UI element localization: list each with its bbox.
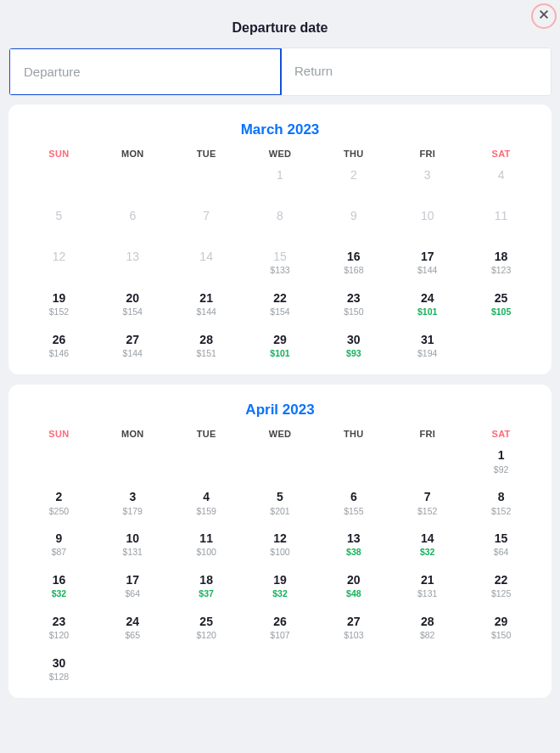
day-cell[interactable]: 21$131	[390, 570, 464, 600]
day-number: 17	[390, 249, 464, 264]
day-number: 15	[464, 531, 538, 546]
weekday-row: SUNMONTUEWEDTHUFRISAT	[22, 149, 538, 159]
day-cell: 11	[464, 206, 538, 235]
day-price: $92	[464, 464, 538, 476]
day-cell[interactable]: 19$32	[244, 570, 317, 600]
day-cell[interactable]: 27$144	[96, 330, 170, 360]
day-cell[interactable]: 22$125	[464, 570, 538, 600]
day-cell[interactable]: 10$131	[96, 529, 170, 559]
day-cell[interactable]: 1$92	[464, 446, 538, 475]
empty-cell	[170, 446, 244, 475]
day-cell[interactable]: 20$154	[96, 289, 170, 318]
weekday-label: TUE	[170, 149, 244, 159]
day-cell[interactable]: 28$82	[390, 612, 464, 642]
day-cell[interactable]: 22$154	[244, 289, 317, 318]
day-number: 27	[96, 332, 170, 347]
tab-return[interactable]: Return	[281, 48, 551, 95]
day-number: 30	[316, 332, 390, 347]
day-cell[interactable]: 25$105	[464, 289, 538, 318]
day-cell[interactable]: 21$144	[170, 289, 244, 318]
close-button[interactable]	[531, 3, 557, 29]
day-price: $131	[96, 547, 170, 559]
day-number: 22	[244, 290, 317, 306]
day-cell: 4	[464, 166, 538, 194]
day-cell: 10	[390, 206, 464, 235]
day-cell[interactable]: 17$144	[390, 247, 464, 277]
day-price: $32	[390, 547, 464, 559]
day-price: $48	[316, 588, 390, 600]
day-price: $194	[390, 348, 464, 360]
day-price: $101	[244, 348, 317, 360]
weekday-label: TUE	[170, 429, 244, 439]
close-icon	[538, 8, 550, 24]
day-cell[interactable]: 24$65	[96, 612, 170, 642]
day-cell[interactable]: 15$64	[464, 529, 538, 559]
day-number: 19	[244, 572, 317, 587]
day-cell: 7	[170, 206, 244, 235]
day-cell[interactable]: 16$168	[316, 247, 390, 277]
day-price: $151	[170, 348, 244, 360]
day-cell[interactable]: 6$155	[316, 487, 390, 517]
day-number: 5	[244, 489, 317, 504]
day-cell[interactable]: 19$152	[22, 289, 96, 318]
day-cell[interactable]: 3$179	[96, 487, 170, 517]
day-cell[interactable]: 18$123	[464, 247, 538, 277]
day-cell: 6	[96, 206, 170, 235]
day-cell[interactable]: 30$128	[22, 654, 96, 683]
day-cell[interactable]: 8$152	[464, 487, 538, 517]
day-price: $144	[96, 348, 170, 360]
day-cell[interactable]: 5$201	[244, 487, 317, 517]
day-cell[interactable]: 17$64	[96, 570, 170, 600]
day-cell[interactable]: 4$159	[170, 487, 244, 517]
day-cell[interactable]: 20$48	[316, 570, 390, 600]
day-cell[interactable]: 30$93	[316, 330, 390, 360]
empty-cell	[316, 446, 390, 475]
tab-departure[interactable]: Departure	[8, 48, 282, 96]
days-grid: 1$922$2503$1794$1595$2016$1557$1528$1529…	[22, 446, 538, 683]
weekday-label: THU	[316, 429, 390, 439]
day-cell[interactable]: 14$32	[390, 529, 464, 559]
day-cell[interactable]: 29$101	[244, 330, 317, 360]
day-cell: 1	[244, 166, 317, 194]
day-price: $201	[244, 506, 317, 518]
day-cell[interactable]: 13$38	[316, 529, 390, 559]
day-price: $120	[170, 630, 244, 642]
day-number: 9	[316, 208, 390, 223]
day-cell[interactable]: 16$32	[22, 570, 96, 600]
day-cell[interactable]: 2$250	[22, 487, 96, 517]
day-cell: 2	[316, 166, 390, 194]
day-cell[interactable]: 28$151	[170, 330, 244, 360]
day-cell[interactable]: 25$120	[170, 612, 244, 642]
day-number: 6	[96, 208, 170, 223]
day-cell[interactable]: 27$103	[316, 612, 390, 642]
day-cell[interactable]: 26$107	[244, 612, 317, 642]
day-price: $32	[22, 588, 96, 600]
day-cell[interactable]: 9$87	[22, 529, 96, 559]
day-cell[interactable]: 31$194	[390, 330, 464, 360]
empty-cell	[244, 446, 317, 475]
day-price: $32	[244, 588, 317, 600]
day-cell[interactable]: 18$37	[170, 570, 244, 600]
day-number: 23	[316, 290, 390, 306]
day-cell[interactable]: 7$152	[390, 487, 464, 517]
day-price: $107	[244, 630, 317, 642]
day-number: 25	[464, 290, 538, 306]
day-price: $93	[316, 348, 390, 360]
day-cell[interactable]: 29$150	[464, 612, 538, 642]
day-price: $123	[464, 265, 538, 277]
day-cell: 12	[22, 247, 96, 277]
day-cell[interactable]: 23$150	[316, 289, 390, 318]
day-cell[interactable]: 26$146	[22, 330, 96, 360]
day-cell[interactable]: 24$101	[390, 289, 464, 318]
day-cell[interactable]: 23$120	[22, 612, 96, 642]
day-number: 4	[170, 489, 244, 504]
day-price: $100	[244, 547, 317, 559]
day-number: 12	[244, 531, 317, 546]
day-cell[interactable]: 11$100	[170, 529, 244, 559]
day-cell[interactable]: 12$100	[244, 529, 317, 559]
empty-cell	[96, 446, 170, 475]
day-number: 3	[96, 489, 170, 504]
day-number: 11	[170, 531, 244, 546]
day-number: 25	[170, 614, 244, 629]
day-number: 22	[464, 572, 538, 587]
